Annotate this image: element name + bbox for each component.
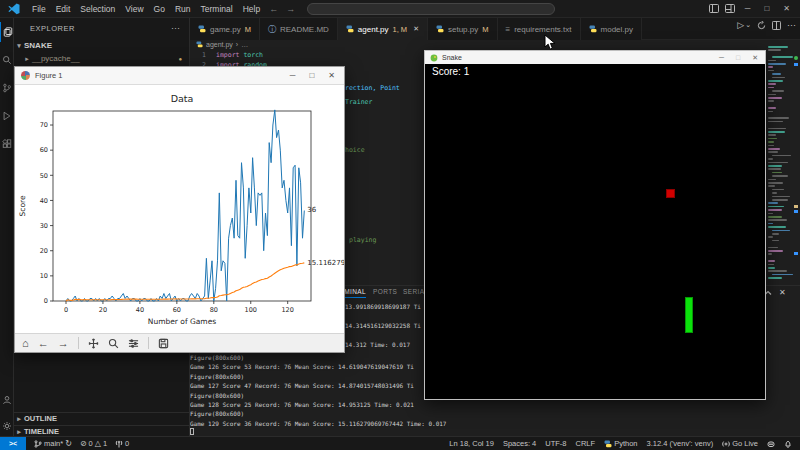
svg-text:60: 60 <box>40 146 48 154</box>
warnings-icon: △ <box>95 439 101 448</box>
terminal-line: Game 129 Score 36 Record: 76 Mean Score:… <box>190 420 446 427</box>
menu-view[interactable]: View <box>120 4 148 14</box>
tab-requirements-txt[interactable]: ≡ requirements.txt <box>498 18 581 40</box>
problems-modified-badge: 1, M <box>393 25 408 34</box>
terminal-line: Game 127 Score 47 Record: 76 Mean Score:… <box>190 382 414 389</box>
menu-go[interactable]: Go <box>149 4 170 14</box>
python-file-icon <box>346 25 354 33</box>
matplotlib-figure-window[interactable]: Figure 1 ─ □ ✕ 0204060801001200102030405… <box>14 66 345 353</box>
subplots-config-icon[interactable] <box>128 338 139 349</box>
svg-text:15.11627906: 15.11627906 <box>307 259 344 267</box>
panel-close-icon[interactable]: ✕ <box>779 288 786 297</box>
minimap[interactable] <box>766 44 792 282</box>
tab-ports[interactable]: PORTS <box>373 288 397 295</box>
snake-close-button[interactable]: ✕ <box>752 54 758 62</box>
chevron-right-icon: ▸ <box>14 428 24 436</box>
figure-maximize-button[interactable]: □ <box>309 71 314 80</box>
forward-icon[interactable]: → <box>58 338 69 349</box>
tab-readme-md[interactable]: ⓘ README.MD <box>260 18 338 40</box>
toggle-panel-icon[interactable] <box>709 4 719 13</box>
window-minimize-button[interactable]: ─ <box>741 4 755 13</box>
tab-model-py[interactable]: model.py <box>581 18 642 40</box>
window-close-button[interactable]: ✕ <box>779 4 794 13</box>
broadcast-icon <box>722 440 730 448</box>
back-icon[interactable]: ← <box>38 338 49 349</box>
figure-minimize-button[interactable]: ─ <box>290 71 296 80</box>
minimap-line <box>768 277 782 279</box>
snake-maximize-button[interactable]: □ <box>736 54 740 62</box>
minimap-line <box>768 168 781 170</box>
snake-game-window[interactable]: Snake ─ □ ✕ Score: 1 <box>424 50 766 400</box>
score-label: Score: 1 <box>432 66 469 77</box>
timeline-label: TIMELINE <box>24 427 59 436</box>
terminal-line: 14.312 Time: 0.017 <box>345 341 410 348</box>
figure-close-button[interactable]: ✕ <box>328 71 335 80</box>
zoom-icon[interactable] <box>108 338 119 349</box>
minimap-line <box>768 100 774 102</box>
menu-selection[interactable]: Selection <box>75 4 120 14</box>
indentation-item[interactable]: Spaces: 4 <box>503 439 536 448</box>
menu-edit[interactable]: Edit <box>51 4 76 14</box>
tab-agent-py[interactable]: agent.py 1, M ✕ <box>338 18 428 40</box>
settings-gear-icon[interactable] <box>0 416 14 436</box>
tab-game-py[interactable]: game.py M <box>190 18 260 40</box>
problems-item[interactable]: ⊘ 0 △ 1 <box>80 439 107 448</box>
snake-titlebar[interactable]: Snake ─ □ ✕ <box>425 51 765 64</box>
food-block <box>666 189 675 198</box>
minimap-line <box>768 236 773 238</box>
close-icon[interactable]: ✕ <box>413 25 419 33</box>
menu-file[interactable]: File <box>27 4 51 14</box>
split-editor-icon[interactable] <box>772 21 781 30</box>
tab-setup-py[interactable]: setup.py M <box>428 18 498 40</box>
cursor-position-item[interactable]: Ln 18, Col 19 <box>449 439 494 448</box>
nav-forward-icon[interactable]: → <box>282 4 299 14</box>
run-python-file-icon[interactable]: ▷ <box>737 20 744 30</box>
breadcrumb[interactable]: agent.py › … <box>196 41 248 48</box>
window-maximize-button[interactable]: □ <box>760 4 773 13</box>
encoding-label: UTF-8 <box>545 439 566 448</box>
ruler-mark-green <box>794 56 798 60</box>
search-icon[interactable] <box>0 50 14 70</box>
eol-item[interactable]: CRLF <box>576 439 596 448</box>
eol-label: CRLF <box>576 439 596 448</box>
interpreter-item[interactable]: 3.12.4 ('venv': venv) <box>646 439 713 448</box>
svg-text:30: 30 <box>40 222 48 230</box>
explorer-icon[interactable] <box>0 22 14 42</box>
customize-layout-icon[interactable] <box>725 4 735 13</box>
source-control-icon[interactable] <box>0 78 14 98</box>
chevron-right-icon: ▸ <box>14 415 24 423</box>
menu-help[interactable]: Help <box>238 4 265 14</box>
command-center[interactable] <box>307 3 555 15</box>
svg-text:100: 100 <box>245 306 257 314</box>
more-actions-icon[interactable]: ··· <box>787 20 796 30</box>
terminal-cursor <box>190 428 194 435</box>
bell-icon[interactable] <box>784 440 792 448</box>
remote-indicator-button[interactable]: >< <box>0 437 26 450</box>
explorer-more-actions-icon[interactable]: ··· <box>171 23 180 33</box>
save-icon[interactable] <box>158 338 169 349</box>
account-icon[interactable] <box>0 390 14 410</box>
menu-terminal[interactable]: Terminal <box>196 4 238 14</box>
sidebar-item-snake-root[interactable]: ▾ SNAKE <box>14 39 190 52</box>
copilot-icon[interactable] <box>767 440 775 448</box>
snake-minimize-button[interactable]: ─ <box>719 54 724 62</box>
home-icon[interactable]: ⌂ <box>22 338 29 349</box>
menu-run[interactable]: Run <box>170 4 196 14</box>
nav-back-icon[interactable]: ← <box>265 4 282 14</box>
minimap-line <box>768 206 784 208</box>
ports-item[interactable]: 0 <box>115 439 129 448</box>
figure-titlebar[interactable]: Figure 1 ─ □ ✕ <box>15 67 344 85</box>
activity-bar <box>0 18 14 436</box>
run-dropdown-icon[interactable]: ⌄ <box>745 21 751 29</box>
encoding-item[interactable]: UTF-8 <box>545 439 566 448</box>
extensions-icon[interactable] <box>0 134 14 154</box>
code-fragment: Trainer <box>345 98 372 106</box>
run-or-debug-icon[interactable] <box>757 21 766 30</box>
language-mode-item[interactable]: Python <box>604 439 637 448</box>
pan-icon[interactable] <box>88 338 99 349</box>
minimap-line <box>768 111 773 113</box>
outline-section[interactable]: ▸ OUTLINE <box>14 412 190 424</box>
go-live-item[interactable]: Go Live <box>722 439 758 448</box>
run-debug-icon[interactable] <box>0 106 14 126</box>
git-branch-item[interactable]: main* ↻ <box>34 439 72 448</box>
